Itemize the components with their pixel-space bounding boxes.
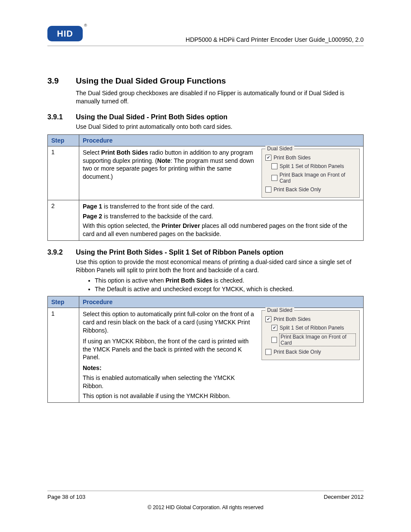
checkbox-row-split-ribbon: Split 1 Set of Ribbon Panels — [265, 162, 356, 171]
section-title: Using the Dual Sided Group Functions — [76, 76, 226, 86]
checkbox-label: Split 1 Set of Ribbon Panels — [280, 325, 344, 331]
step-text: Page 1 is transferred to the front side … — [79, 200, 364, 241]
section-number: 3.9.1 — [47, 113, 76, 121]
list-item: The Default is active and unchecked exce… — [95, 286, 364, 292]
checkbox-label: Print Back Image on Front of Card — [280, 172, 356, 184]
checkbox-row-print-both-sides: ✔ Print Both Sides — [265, 153, 356, 162]
registered-mark: ® — [84, 23, 87, 28]
checkbox-row-back-on-front: Print Back Image on Front of Card — [265, 332, 356, 348]
col-procedure: Procedure — [79, 134, 364, 146]
checkbox-label: Print Back Image on Front of Card — [279, 333, 356, 346]
step-text: Select Print Both Sides radio button in … — [83, 149, 256, 181]
checkbox-icon: ✔ — [271, 325, 277, 331]
step-number: 2 — [48, 200, 79, 241]
checkbox-row-print-both-sides: ✔ Print Both Sides — [265, 315, 356, 324]
copyright: © 2012 HID Global Corporation. All right… — [47, 504, 364, 510]
checkbox-icon — [265, 187, 271, 193]
table-row: 2 Page 1 is transferred to the front sid… — [48, 200, 364, 241]
checkbox-icon: ✔ — [265, 155, 271, 161]
checkbox-icon: ✔ — [265, 316, 271, 322]
doc-title: HDP5000 & HDPii Card Printer Encoder Use… — [186, 36, 364, 43]
checkbox-label: Print Both Sides — [274, 155, 311, 161]
table-header-row: Step Procedure — [48, 134, 364, 146]
checkbox-icon — [271, 175, 277, 181]
hid-logo: HID — [47, 26, 83, 41]
checkbox-icon — [271, 163, 277, 169]
table-header-row: Step Procedure — [48, 296, 364, 308]
document-page: HID ® HDP5000 & HDPii Card Printer Encod… — [0, 0, 411, 532]
section-intro-3-9-2: Use this option to provide the most econ… — [76, 258, 364, 274]
header-rule — [47, 46, 364, 46]
step-number: 1 — [48, 146, 79, 200]
dual-sided-groupbox: Dual Sided ✔ Print Both Sides Split 1 Se… — [262, 149, 360, 198]
col-step: Step — [48, 296, 79, 308]
checkbox-label: Print Both Sides — [274, 316, 311, 322]
col-step: Step — [48, 134, 79, 146]
checkbox-row-split-ribbon: ✔ Split 1 Set of Ribbon Panels — [265, 324, 356, 332]
section-title: Using the Dual Sided - Print Both Sides … — [76, 113, 227, 121]
checkbox-row-back-only: Print Back Side Only — [265, 348, 356, 356]
table-row: 1 Select this option to automatically pr… — [48, 308, 364, 403]
step-text: Select this option to automatically prin… — [83, 310, 256, 400]
procedure-table-3-9-2: Step Procedure 1 Select this option to a… — [47, 296, 364, 403]
section-heading-3-9: 3.9 Using the Dual Sided Group Functions — [47, 76, 364, 86]
page-footer: Page 38 of 103 December 2012 © 2012 HID … — [47, 488, 364, 511]
step-cell: Select this option to automatically prin… — [79, 308, 364, 403]
list-item: This option is active when Print Both Si… — [95, 277, 364, 284]
section-intro-3-9-1: Use Dual Sided to print automatically on… — [76, 123, 364, 131]
step-number: 1 — [48, 308, 79, 403]
footer-date: December 2012 — [324, 494, 364, 500]
logo-text: HID — [57, 29, 73, 39]
checkbox-icon — [271, 337, 277, 343]
page-number: Page 38 of 103 — [47, 494, 85, 500]
col-procedure: Procedure — [79, 296, 364, 308]
section-number: 3.9 — [47, 76, 76, 86]
section-intro-3-9: The Dual Sided group checkboxes are disa… — [76, 89, 364, 106]
section-heading-3-9-2: 3.9.2 Using the Print Both Sides - Split… — [47, 249, 364, 256]
checkbox-label: Split 1 Set of Ribbon Panels — [280, 163, 344, 169]
footer-rule — [47, 491, 364, 491]
checkbox-icon — [265, 349, 271, 355]
dual-sided-groupbox: Dual Sided ✔ Print Both Sides ✔ Split 1 … — [262, 310, 360, 360]
checkbox-row-back-on-front: Print Back Image on Front of Card — [265, 171, 356, 185]
section-title: Using the Print Both Sides - Split 1 Set… — [76, 249, 283, 256]
step-cell: Select Print Both Sides radio button in … — [79, 146, 364, 200]
checkbox-label: Print Back Side Only — [274, 349, 321, 355]
checkbox-label: Print Back Side Only — [274, 187, 321, 193]
section-heading-3-9-1: 3.9.1 Using the Dual Sided - Print Both … — [47, 113, 364, 121]
procedure-table-3-9-1: Step Procedure 1 Select Print Both Sides… — [47, 134, 364, 241]
bullet-list: This option is active when Print Both Si… — [47, 277, 364, 292]
groupbox-legend: Dual Sided — [265, 307, 294, 313]
section-number: 3.9.2 — [47, 249, 76, 256]
checkbox-row-back-only: Print Back Side Only — [265, 185, 356, 194]
page-header: HID ® HDP5000 & HDPii Card Printer Encod… — [47, 26, 364, 43]
groupbox-legend: Dual Sided — [265, 146, 294, 152]
table-row: 1 Select Print Both Sides radio button i… — [48, 146, 364, 200]
